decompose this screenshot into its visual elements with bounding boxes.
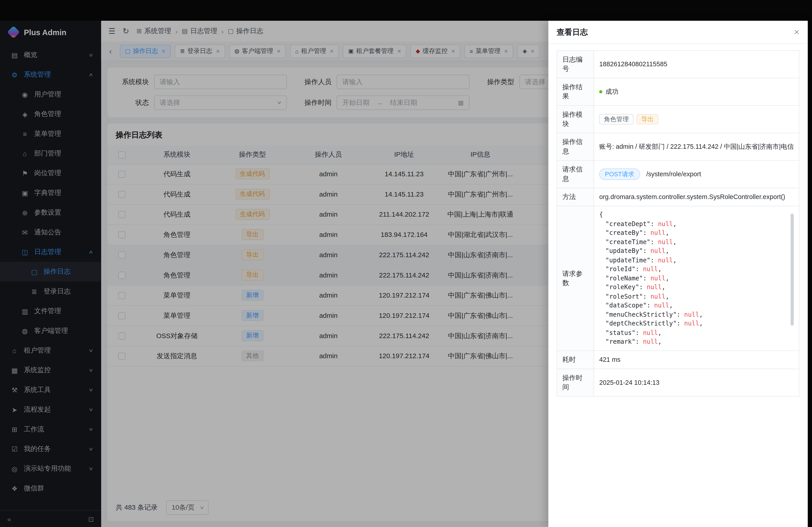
request-params-json[interactable]: {"createDept": null,"createBy": null,"cr… — [599, 211, 794, 346]
detail-value: 2025-01-24 10:14:13 — [594, 369, 799, 396]
detail-value: 账号: admin / 研发部门 / 222.175.114.242 / 中国|… — [594, 133, 799, 161]
drawer-title: 查看日志 — [557, 27, 588, 37]
detail-value: 角色管理导出 — [594, 105, 799, 133]
detail-label: 请求信息 — [557, 161, 594, 188]
module-tag: 角色管理 — [599, 114, 634, 125]
drawer-header: 查看日志 × — [548, 21, 808, 44]
drawer-body: 日志编号1882612840802115585操作结果成功操作模块角色管理导出操… — [548, 44, 808, 403]
detail-row: 操作时间2025-01-24 10:14:13 — [557, 369, 799, 396]
detail-label: 请求参数 — [557, 206, 594, 351]
detail-row: 操作模块角色管理导出 — [557, 105, 799, 133]
detail-label: 日志编号 — [557, 50, 594, 78]
detail-value: 1882612840802115585 — [594, 50, 799, 78]
detail-label: 操作时间 — [557, 369, 594, 396]
detail-label: 操作结果 — [557, 78, 594, 105]
view-log-drawer: 查看日志 × 日志编号1882612840802115585操作结果成功操作模块… — [548, 21, 808, 527]
detail-value: POST请求/system/role/export — [594, 161, 799, 188]
detail-label: 操作信息 — [557, 133, 594, 161]
detail-label: 耗时 — [557, 351, 594, 369]
detail-row: 方法org.dromara.system.controller.system.S… — [557, 188, 799, 206]
detail-row: 请求信息POST请求/system/role/export — [557, 161, 799, 188]
detail-value: 成功 — [594, 78, 799, 105]
detail-label: 方法 — [557, 188, 594, 206]
screen: Plus Admin ▤概览∨⚙系统管理∧◉用户管理◈角色管理≡菜单管理⌂部门管… — [0, 0, 812, 527]
json-scrollbar[interactable] — [791, 214, 794, 326]
detail-value: 421 ms — [594, 351, 799, 369]
success-dot-icon — [599, 90, 603, 93]
detail-value: {"createDept": null,"createBy": null,"cr… — [594, 206, 799, 351]
detail-row: 操作结果成功 — [557, 78, 799, 105]
detail-row: 耗时421 ms — [557, 351, 799, 369]
request-path: /system/role/export — [646, 170, 701, 178]
module-tag: 导出 — [637, 114, 658, 125]
detail-row: 日志编号1882612840802115585 — [557, 50, 799, 78]
log-detail-table: 日志编号1882612840802115585操作结果成功操作模块角色管理导出操… — [557, 50, 799, 396]
http-method-tag: POST请求 — [599, 168, 640, 180]
close-icon[interactable]: × — [794, 28, 799, 37]
detail-row: 操作信息账号: admin / 研发部门 / 222.175.114.242 /… — [557, 133, 799, 161]
detail-value: org.dromara.system.controller.system.Sys… — [594, 188, 799, 206]
detail-row: 请求参数{"createDept": null,"createBy": null… — [557, 206, 799, 351]
detail-label: 操作模块 — [557, 105, 594, 133]
